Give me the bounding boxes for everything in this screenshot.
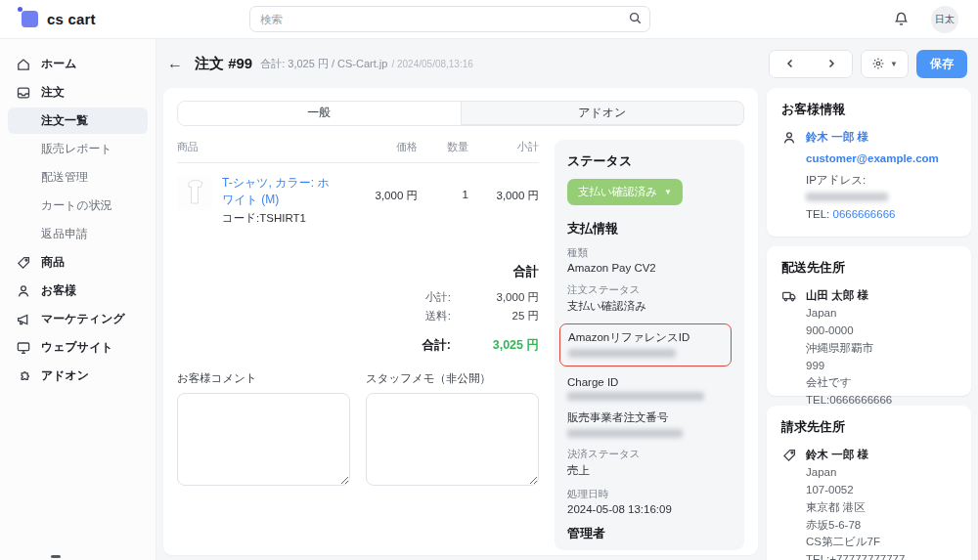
app-logo[interactable]: cs cart bbox=[22, 11, 96, 27]
staff-memo-textarea[interactable] bbox=[366, 393, 539, 486]
billing-name: 鈴木 一郎 様 bbox=[806, 447, 956, 464]
logo-text: cs cart bbox=[47, 11, 96, 27]
customer-comment-textarea[interactable] bbox=[177, 393, 350, 486]
field-label: Charge ID bbox=[567, 376, 732, 388]
customer-name-link[interactable]: 鈴木 一郎 様 bbox=[806, 129, 956, 147]
order-totals: 合計 小計: 3,000 円 送料: 25 円 合計: 3,025 円 bbox=[333, 263, 539, 354]
ip-address-label: IPアドレス: bbox=[806, 172, 956, 190]
admin-heading: 管理者 bbox=[567, 525, 732, 542]
col-qty: 数量 bbox=[418, 140, 468, 154]
order-card: 一般 アドオン 商品 価格 数量 小計 bbox=[163, 88, 758, 555]
truck-icon bbox=[781, 287, 797, 409]
next-order-button[interactable] bbox=[811, 51, 852, 77]
chevron-down-icon: ▼ bbox=[890, 60, 898, 68]
tag-icon bbox=[781, 447, 797, 560]
field-label: 注文ステータス bbox=[567, 283, 732, 297]
topbar: cs cart 日太 bbox=[0, 0, 978, 39]
status-panel: ステータス 支払い確認済み ▼ 支払情報 種類 Amazon Pay CV2 注… bbox=[555, 140, 744, 550]
sidebar-item-rma[interactable]: 返品申請 bbox=[8, 221, 148, 247]
gear-icon bbox=[871, 57, 885, 70]
payment-field: AmazonリファレンスID bbox=[568, 330, 723, 358]
sidebar-item-customers[interactable]: お客様 bbox=[8, 278, 148, 304]
address-line: 107-0052 bbox=[806, 482, 956, 499]
order-status-button[interactable]: 支払い確認済み ▼ bbox=[567, 179, 683, 205]
sidebar-item-orders-list[interactable]: 注文一覧 bbox=[8, 108, 148, 134]
monitor-icon bbox=[16, 340, 31, 356]
product-thumbnail bbox=[177, 175, 212, 210]
subtotal-value: 3,000 円 bbox=[476, 290, 539, 305]
tag-icon bbox=[16, 255, 31, 271]
totals-heading: 合計 bbox=[333, 263, 539, 280]
redacted-value bbox=[568, 349, 676, 358]
sidebar: ホーム 注文 注文一覧 販売レポート 配送管理 カートの状況 返品申請 商品 お… bbox=[0, 39, 156, 560]
payment-field: 決済ステータス 売上 bbox=[567, 448, 732, 478]
payment-field: 注文ステータス 支払い確認済み bbox=[567, 283, 732, 314]
chevron-down-icon: ▼ bbox=[664, 188, 672, 196]
field-value: 2024-05-08 13:16:09 bbox=[567, 503, 732, 515]
address-line: 999 bbox=[806, 358, 956, 375]
field-label: 販売事業者注文番号 bbox=[567, 410, 732, 425]
billing-address-card: 請求先住所 鈴木 一郎 様 Japan 107-0052 東京都 港区 赤坂5-… bbox=[767, 406, 971, 560]
search-input[interactable] bbox=[249, 6, 650, 32]
col-subtotal: 小計 bbox=[468, 140, 539, 154]
sidebar-item-sales-reports[interactable]: 販売レポート bbox=[8, 136, 148, 162]
order-nav-group bbox=[769, 50, 853, 78]
table-row: T-シャツ, カラー: ホワイト (M) コード:TSHIRT1 3,000 円… bbox=[177, 163, 539, 237]
sidebar-item-carts[interactable]: カートの状況 bbox=[8, 193, 148, 219]
customer-email-link[interactable]: customer@example.com bbox=[806, 151, 956, 168]
customer-phone-link[interactable]: 0666666666 bbox=[833, 208, 896, 220]
sidebar-item-shipments[interactable]: 配送管理 bbox=[8, 164, 148, 191]
status-heading: ステータス bbox=[567, 152, 732, 170]
tab-general[interactable]: 一般 bbox=[178, 102, 462, 125]
sidebar-item-label: アドオン bbox=[41, 367, 89, 384]
sidebar-item-label: 注文 bbox=[41, 84, 65, 101]
order-tabs: 一般 アドオン bbox=[177, 101, 744, 126]
search-icon bbox=[628, 11, 643, 29]
staff-memo-label: スタッフメモ（非公開） bbox=[366, 371, 539, 386]
address-line: 900-0000 bbox=[806, 323, 956, 340]
settings-gear-button[interactable]: ▼ bbox=[861, 50, 909, 78]
sidebar-item-label: お客様 bbox=[41, 282, 76, 299]
page-header: ← 注文 #99 合計: 3,025 円 / CS-Cart.jp / 2024… bbox=[163, 47, 971, 80]
sidebar-item-label: マーケティング bbox=[41, 311, 125, 327]
save-button[interactable]: 保存 bbox=[916, 50, 967, 78]
address-line: 沖縄県那覇市 bbox=[806, 340, 956, 358]
notifications-bell-icon[interactable] bbox=[893, 11, 910, 27]
sidebar-item-marketing[interactable]: マーケティング bbox=[8, 306, 148, 332]
sidebar-item-home[interactable]: ホーム bbox=[8, 51, 148, 77]
field-label: 種類 bbox=[567, 246, 732, 260]
redacted-value bbox=[567, 392, 704, 401]
customer-info-card: お客様情報 鈴木 一郎 様 customer@example.com IPアドレ… bbox=[767, 88, 971, 237]
field-value: 売上 bbox=[567, 463, 732, 478]
field-label: 決済ステータス bbox=[567, 448, 732, 461]
product-qty: 1 bbox=[418, 175, 468, 200]
sidebar-item-website[interactable]: ウェブサイト bbox=[8, 334, 148, 361]
address-line: 東京都 港区 bbox=[806, 499, 956, 517]
sidebar-item-orders[interactable]: 注文 bbox=[8, 79, 148, 106]
payment-field: 処理日時 2024-05-08 13:16:09 bbox=[567, 488, 732, 515]
sidebar-collapse-icon[interactable] bbox=[51, 555, 61, 558]
address-line: TEL:+77777777777 bbox=[806, 551, 956, 560]
customer-info-heading: お客様情報 bbox=[781, 101, 956, 118]
shipping-value: 25 円 bbox=[476, 309, 539, 323]
user-avatar[interactable]: 日太 bbox=[931, 6, 958, 33]
back-arrow-icon[interactable]: ← bbox=[167, 55, 183, 72]
field-value: Amazon Pay CV2 bbox=[567, 262, 732, 274]
home-icon bbox=[16, 57, 31, 72]
sidebar-item-label: 商品 bbox=[41, 254, 65, 271]
sidebar-item-addons[interactable]: アドオン bbox=[8, 363, 148, 389]
global-search bbox=[249, 6, 650, 32]
shipping-name: 山田 太郎 様 bbox=[806, 287, 956, 305]
sidebar-item-label: ホーム bbox=[41, 56, 77, 72]
sidebar-item-label: ウェブサイト bbox=[41, 339, 113, 356]
amazon-reference-highlight: AmazonリファレンスID bbox=[559, 323, 732, 366]
product-code: コード:TSHIRT1 bbox=[222, 211, 339, 226]
sidebar-item-products[interactable]: 商品 bbox=[8, 249, 148, 276]
person-icon bbox=[16, 283, 31, 299]
address-line: 赤坂5-6-78 bbox=[806, 517, 956, 535]
orders-submenu: 注文一覧 販売レポート 配送管理 カートの状況 返品申請 bbox=[8, 108, 148, 247]
customer-comment-label: お客様コメント bbox=[177, 371, 350, 386]
prev-order-button[interactable] bbox=[770, 51, 811, 77]
tab-addons[interactable]: アドオン bbox=[462, 102, 744, 125]
product-link[interactable]: T-シャツ, カラー: ホワイト (M) bbox=[222, 175, 339, 208]
